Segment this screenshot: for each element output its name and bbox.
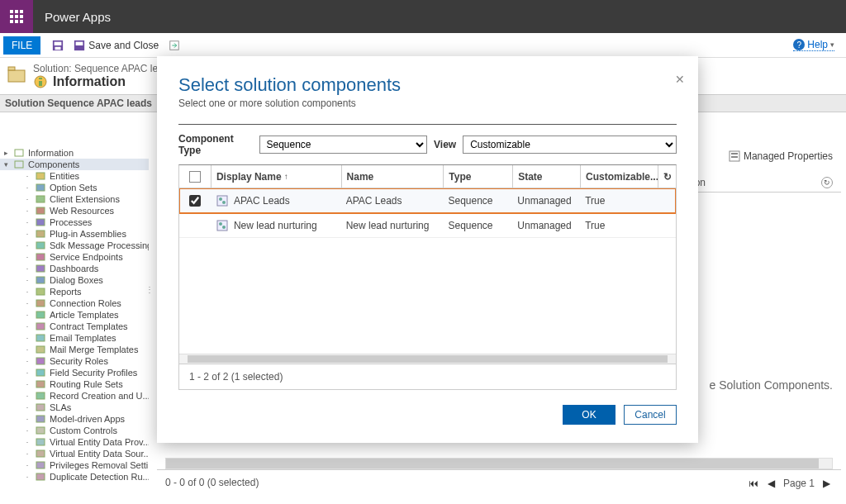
svg-point-53 [219,197,222,201]
svg-point-57 [222,226,226,229]
cell-state: Unmanaged [517,195,571,207]
dialog-title: Select solution components [178,74,677,96]
sequence-icon [216,219,229,232]
cell-name: APAC Leads [346,195,402,207]
cell-state: Unmanaged [517,220,571,231]
view-select[interactable]: Customizable [463,136,677,154]
close-icon[interactable]: ✕ [675,73,685,86]
component-type-label: Component Type [178,133,253,156]
select-all-checkbox[interactable] [189,171,201,183]
col-customizable[interactable]: Customizable... [580,165,658,188]
table-row[interactable]: APAC LeadsAPAC LeadsSequenceUnmanagedTru… [179,188,676,213]
svg-rect-55 [217,221,227,231]
cell-display-name: New lead nurturing [234,220,317,231]
table-row[interactable]: New lead nurturingNew lead nurturingSequ… [179,213,676,238]
select-components-dialog: ✕ Select solution components Select one … [157,56,698,443]
svg-point-56 [219,222,222,226]
component-type-select[interactable]: Sequence [259,136,428,154]
grid-body: APAC LeadsAPAC LeadsSequenceUnmanagedTru… [179,188,676,354]
cell-type: Sequence [448,220,492,231]
grid-footer: 1 - 2 of 2 (1 selected) [179,364,676,389]
col-type[interactable]: Type [443,165,512,188]
ok-button[interactable]: OK [563,405,615,425]
dialog-buttons: OK Cancel [178,405,677,425]
cell-customizable: True [585,220,605,231]
cell-type: Sequence [448,195,492,207]
sort-asc-icon: ↑ [284,172,288,181]
grid-header: Display Name↑ Name Type State Customizab… [179,165,676,188]
components-grid: Display Name↑ Name Type State Customizab… [178,164,677,390]
col-display-name[interactable]: Display Name↑ [211,165,341,188]
col-name[interactable]: Name [341,165,444,188]
cell-customizable: True [585,195,605,207]
dialog-subtitle: Select one or more solution components [178,97,677,109]
svg-point-54 [222,201,226,204]
svg-rect-52 [217,196,227,206]
modal-overlay: ✕ Select solution components Select one … [0,0,846,504]
view-label: View [434,139,456,150]
dialog-controls: Component Type Sequence View Customizabl… [178,124,677,156]
refresh-grid-icon[interactable]: ↻ [663,171,672,183]
cell-display-name: APAC Leads [234,195,290,207]
col-state[interactable]: State [512,165,580,188]
grid-hscroll[interactable] [179,354,676,364]
cancel-button[interactable]: Cancel [624,405,677,425]
row-checkbox[interactable] [189,195,201,207]
sequence-icon [216,194,229,207]
cell-name: New lead nurturing [346,220,430,231]
